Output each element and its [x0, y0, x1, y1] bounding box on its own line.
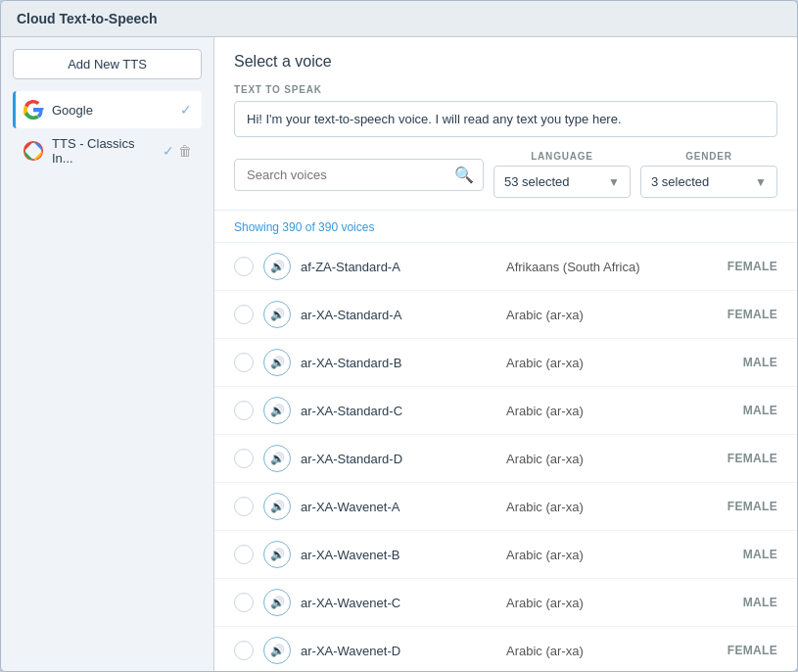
voice-row[interactable]: 🔊 ar-XA-Wavenet-C Arabic (ar-xa) MALE — [214, 579, 797, 627]
voice-play-button[interactable]: 🔊 — [263, 637, 291, 664]
voice-gender: MALE — [709, 356, 777, 369]
gender-filter-group: GENDER 3 selected ▼ — [640, 151, 777, 198]
voice-play-button[interactable]: 🔊 — [263, 589, 291, 616]
speaker-icon: 🔊 — [270, 260, 285, 273]
voice-language: Arabic (ar-xa) — [506, 404, 699, 418]
search-input[interactable] — [234, 159, 484, 191]
right-panel: Select a voice TEXT TO SPEAK 🔍 LANGUAGE … — [214, 37, 797, 671]
voice-play-button[interactable]: 🔊 — [263, 301, 291, 328]
voice-row[interactable]: 🔊 ar-XA-Wavenet-A Arabic (ar-xa) FEMALE — [214, 483, 797, 531]
tts-classics-icon — [23, 140, 44, 162]
voice-select-circle[interactable] — [234, 449, 254, 468]
voice-play-button[interactable]: 🔊 — [263, 397, 291, 424]
voice-row[interactable]: 🔊 af-ZA-Standard-A Afrikaans (South Afri… — [214, 243, 797, 291]
speaker-icon: 🔊 — [270, 308, 285, 321]
voice-row[interactable]: 🔊 ar-XA-Standard-C Arabic (ar-xa) MALE — [214, 387, 797, 435]
voice-play-button[interactable]: 🔊 — [263, 253, 291, 280]
speaker-icon: 🔊 — [270, 452, 285, 465]
voice-language: Arabic (ar-xa) — [506, 356, 699, 370]
panel-title: Select a voice — [234, 53, 777, 71]
voice-select-circle[interactable] — [234, 593, 254, 612]
sidebar-item-tts-classics[interactable]: TTS - Classics In... ✓ 🗑 — [13, 128, 202, 173]
check-icon: ✓ — [180, 102, 192, 118]
sidebar-item-google-icons: ✓ — [180, 102, 192, 118]
voices-info: Showing 390 of 390 voices — [214, 211, 797, 243]
voice-language: Arabic (ar-xa) — [506, 548, 699, 562]
speaker-icon: 🔊 — [270, 404, 285, 417]
speaker-icon: 🔊 — [270, 644, 285, 657]
google-icon — [23, 99, 44, 120]
voice-select-circle[interactable] — [234, 401, 254, 420]
voice-play-button[interactable]: 🔊 — [263, 541, 291, 568]
tts-section-label: TEXT TO SPEAK — [234, 84, 777, 95]
voice-name: ar-XA-Wavenet-C — [301, 596, 496, 610]
gender-dropdown[interactable]: 3 selected ▼ — [640, 166, 777, 198]
voice-name: ar-XA-Wavenet-A — [301, 500, 496, 514]
voice-select-circle[interactable] — [234, 257, 254, 276]
gender-chevron-icon: ▼ — [755, 175, 767, 189]
voice-play-button[interactable]: 🔊 — [263, 493, 291, 520]
app-window: Cloud Text-to-Speech Add New TTS Google … — [0, 0, 798, 672]
voice-gender: FEMALE — [709, 644, 777, 657]
tts-text-input[interactable] — [234, 101, 777, 137]
app-title: Cloud Text-to-Speech — [17, 11, 158, 26]
voice-name: ar-XA-Standard-C — [301, 404, 496, 418]
search-icon: 🔍 — [454, 166, 474, 184]
voice-name: af-ZA-Standard-A — [301, 260, 496, 274]
voices-table-container: 🔊 af-ZA-Standard-A Afrikaans (South Afri… — [214, 243, 797, 671]
voice-play-button[interactable]: 🔊 — [263, 445, 291, 472]
voice-select-circle[interactable] — [234, 641, 254, 660]
voice-select-circle[interactable] — [234, 353, 254, 372]
voices-table: 🔊 af-ZA-Standard-A Afrikaans (South Afri… — [214, 243, 797, 671]
speaker-icon: 🔊 — [270, 356, 285, 369]
voice-language: Arabic (ar-xa) — [506, 500, 699, 514]
voice-gender: FEMALE — [709, 500, 777, 513]
sidebar: Add New TTS Google ✓ — [1, 37, 214, 671]
voice-gender: FEMALE — [709, 260, 777, 273]
voice-gender: MALE — [709, 596, 777, 609]
add-new-tts-button[interactable]: Add New TTS — [13, 49, 202, 79]
voice-select-circle[interactable] — [234, 545, 254, 564]
voice-select-circle[interactable] — [234, 497, 254, 516]
voice-row[interactable]: 🔊 ar-XA-Wavenet-B Arabic (ar-xa) MALE — [214, 531, 797, 579]
voice-language: Arabic (ar-xa) — [506, 452, 699, 466]
voice-gender: MALE — [709, 548, 777, 561]
voice-name: ar-XA-Wavenet-B — [301, 548, 496, 562]
panel-header: Select a voice TEXT TO SPEAK 🔍 LANGUAGE … — [214, 37, 797, 211]
voice-select-circle[interactable] — [234, 305, 254, 324]
voice-language: Arabic (ar-xa) — [506, 596, 699, 610]
voice-name: ar-XA-Wavenet-D — [301, 644, 496, 658]
filters-row: 🔍 LANGUAGE 53 selected ▼ GENDER — [234, 151, 777, 198]
sidebar-item-tts-label: TTS - Classics In... — [52, 136, 155, 166]
voice-row[interactable]: 🔊 ar-XA-Wavenet-D Arabic (ar-xa) FEMALE — [214, 627, 797, 671]
gender-label: GENDER — [640, 151, 777, 162]
voice-language: Arabic (ar-xa) — [506, 308, 699, 322]
voice-gender: FEMALE — [709, 452, 777, 465]
voice-gender: FEMALE — [709, 308, 777, 321]
tts-check-icon: ✓ — [163, 143, 174, 159]
sidebar-item-google-label: Google — [52, 103, 172, 118]
language-chevron-icon: ▼ — [608, 175, 620, 189]
speaker-icon: 🔊 — [270, 596, 285, 609]
voice-play-button[interactable]: 🔊 — [263, 349, 291, 376]
language-selected-value: 53 selected — [504, 174, 570, 189]
voice-row[interactable]: 🔊 ar-XA-Standard-A Arabic (ar-xa) FEMALE — [214, 291, 797, 339]
sidebar-item-tts-icons: ✓ 🗑 — [163, 143, 192, 159]
voice-name: ar-XA-Standard-D — [301, 452, 496, 466]
language-filter-group: LANGUAGE 53 selected ▼ — [493, 151, 631, 198]
speaker-icon: 🔊 — [270, 548, 285, 561]
voice-row[interactable]: 🔊 ar-XA-Standard-D Arabic (ar-xa) FEMALE — [214, 435, 797, 483]
tts-delete-icon[interactable]: 🗑 — [178, 143, 192, 159]
voice-name: ar-XA-Standard-B — [301, 356, 496, 370]
voice-gender: MALE — [709, 404, 777, 417]
voice-row[interactable]: 🔊 ar-XA-Standard-B Arabic (ar-xa) MALE — [214, 339, 797, 387]
voice-language: Arabic (ar-xa) — [506, 644, 699, 658]
main-content: Add New TTS Google ✓ — [1, 37, 797, 671]
search-wrapper: 🔍 — [234, 159, 484, 191]
language-dropdown[interactable]: 53 selected ▼ — [493, 166, 631, 198]
voice-name: ar-XA-Standard-A — [301, 308, 496, 322]
language-label: LANGUAGE — [493, 151, 631, 162]
title-bar: Cloud Text-to-Speech — [1, 1, 797, 37]
speaker-icon: 🔊 — [270, 500, 285, 513]
sidebar-item-google[interactable]: Google ✓ — [13, 91, 202, 128]
